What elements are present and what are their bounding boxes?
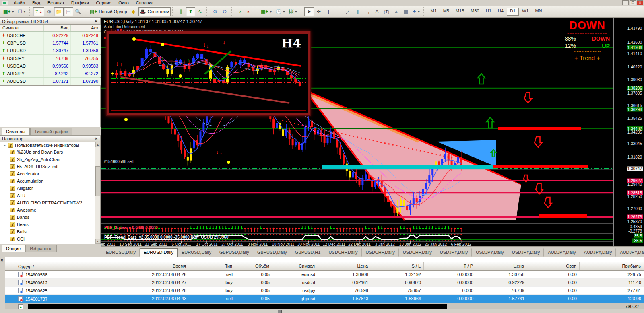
menu-item-Сервис[interactable]: Сервис xyxy=(93,0,115,6)
menu-item-Окно[interactable]: Окно xyxy=(115,0,132,6)
tester-button[interactable]: 🔍 xyxy=(73,7,83,16)
list-item[interactable]: ƒATR xyxy=(0,192,100,199)
table-row[interactable]: 1546017372012.02.06 04:43sell0.05gbpusd1… xyxy=(5,295,644,303)
chart-tab[interactable]: AUDJPY,Daily xyxy=(580,248,616,257)
scrollbar[interactable]: ▲ ▼ xyxy=(95,142,100,244)
candlestick-button[interactable]: ⬆ xyxy=(186,7,195,16)
channel-button[interactable]: ∥ xyxy=(353,7,362,16)
list-item[interactable]: ƒBands xyxy=(0,214,100,221)
chart-area[interactable]: ↓↓1 Sep 201113 Sep 201123 Sep 20115 Oct … xyxy=(101,18,613,246)
menu-item-Графики[interactable]: Графики xyxy=(68,0,93,6)
chart-tab[interactable]: AUDJPY,Daily xyxy=(616,248,644,257)
chart-tab[interactable]: EURUSD,Daily xyxy=(102,248,140,257)
close-button[interactable]: ✕ xyxy=(637,0,643,5)
menu-item-Вид[interactable]: Вид xyxy=(29,0,44,6)
bar-chart-button[interactable]: ⫼ xyxy=(176,7,186,16)
chart-tab[interactable]: USDCHF,Daily xyxy=(399,248,436,257)
timeframe-D1[interactable]: D1 xyxy=(507,8,519,16)
profiles-button[interactable]: ❐▼ xyxy=(16,7,28,16)
zoom-out-button[interactable]: ⊖ xyxy=(220,7,229,16)
list-item[interactable]: ƒ25_ZigZag_AutoChan xyxy=(0,156,100,163)
column-header[interactable]: Символ xyxy=(272,262,318,270)
zoom-in-button[interactable]: ⊕ xyxy=(210,7,220,16)
list-item[interactable]: ƒBulls xyxy=(0,228,100,235)
column-header[interactable]: Объём xyxy=(235,262,272,270)
chart-shift-button[interactable]: ⇤ xyxy=(244,7,254,16)
close-icon[interactable]: ✕ xyxy=(94,19,99,23)
periods-button[interactable]: 🕒▼ xyxy=(274,7,287,16)
chart-tab[interactable]: USDJPY,Daily xyxy=(472,248,508,257)
rectangle-shape-button[interactable]: ▆ xyxy=(401,7,411,16)
indicators-button[interactable]: ▦+▼ xyxy=(259,7,274,16)
list-item[interactable]: ƒBears xyxy=(0,221,100,228)
table-row[interactable]: ⬇USDCHF0.922290.92248 xyxy=(0,32,100,39)
column-header[interactable]: S / L xyxy=(371,262,424,270)
hline-button[interactable]: — xyxy=(333,7,343,16)
chart-tab[interactable]: USDJPY,Daily xyxy=(508,248,544,257)
timeframe-M1[interactable]: M1 xyxy=(427,8,440,16)
table-row[interactable]: ⬆AUDUSD1.071711.07190 xyxy=(0,78,100,85)
menu-item-Вставка[interactable]: Вставка xyxy=(44,0,68,6)
arrows-button[interactable]: ✦▼ xyxy=(411,7,422,16)
chart-tab[interactable]: EURUSD,Daily xyxy=(178,248,215,257)
column-header[interactable]: Время xyxy=(147,262,189,270)
vline-button[interactable]: | xyxy=(324,7,333,16)
text-label-button[interactable]: 🄣 xyxy=(382,7,391,16)
menu-item-Справка[interactable]: Справка xyxy=(132,0,157,6)
column-ask[interactable]: Аск xyxy=(71,25,101,31)
chart-tab[interactable]: USDJPY,Daily xyxy=(436,248,472,257)
column-header[interactable]: T / P xyxy=(424,262,476,270)
advisors-button[interactable]: 🎩Советники xyxy=(138,7,171,16)
data-window-button[interactable]: ⊕ xyxy=(44,7,54,16)
timeframe-M15[interactable]: M15 xyxy=(452,8,467,16)
navigator-root[interactable]: − ƒ Пользовательские Индикаторы xyxy=(0,142,100,148)
chart-tab[interactable]: GBPUSD,H1 xyxy=(291,248,325,257)
trendline-button[interactable]: ／ xyxy=(343,7,353,16)
collapse-icon[interactable]: − xyxy=(3,144,6,147)
list-item[interactable]: ƒAwesome xyxy=(0,206,100,214)
tab-Общие[interactable]: Общие xyxy=(2,245,25,252)
chart-tab[interactable]: AUDJPY,Daily xyxy=(544,248,580,257)
alert-button[interactable]: ◆ xyxy=(129,7,138,16)
list-item[interactable]: ƒ%23Up and Down Bars xyxy=(0,148,100,156)
timeframe-M30[interactable]: M30 xyxy=(467,8,482,16)
column-bid[interactable]: Бид xyxy=(44,25,71,31)
table-row[interactable]: ⬇USDJPY76.73976.755 xyxy=(0,55,100,62)
fibonacci-button[interactable]: 𝄙F xyxy=(362,7,372,16)
close-icon[interactable]: ✕ xyxy=(0,258,4,262)
timeframe-M5[interactable]: M5 xyxy=(440,8,452,16)
new-order-button[interactable]: ▤+Новый Ордер xyxy=(88,7,128,16)
cursor-button[interactable]: ➤ xyxy=(304,7,314,16)
table-row[interactable]: 1546005682012.02.06 04:26sell0.05eurusd1… xyxy=(5,271,644,279)
arrow-shape-button[interactable]: ▲ xyxy=(391,7,401,16)
list-item[interactable]: ƒCCI xyxy=(0,235,100,243)
list-item[interactable]: ƒAlligator xyxy=(0,185,100,192)
column-header[interactable]: Цена xyxy=(318,262,371,270)
tab-Тиковый график[interactable]: Тиковый график xyxy=(30,128,72,135)
column-symbol[interactable]: Символ xyxy=(0,25,44,31)
price-axis[interactable]: 1.437901.426001.419861.414101.402201.390… xyxy=(613,18,644,246)
list-item[interactable]: ƒAccelerator xyxy=(0,170,100,177)
chart-tab[interactable]: USDCHF,Daily xyxy=(324,248,361,257)
text-button[interactable]: A xyxy=(372,7,382,16)
close-icon[interactable]: ✕ xyxy=(94,136,99,141)
table-row[interactable]: 1546006252012.02.06 04:28buy0.05usdjpy76… xyxy=(5,287,644,295)
scroll-down-icon[interactable]: ▼ xyxy=(95,239,100,244)
list-item[interactable]: ƒAccumulation xyxy=(0,177,100,185)
table-row[interactable]: 1546006122012.02.06 04:27buy0.05usdchf0.… xyxy=(5,279,644,287)
table-row[interactable]: ⬆AUDJPY82.24282.272 xyxy=(0,70,100,78)
table-row[interactable]: ⬆GBPUSD1.577441.57761 xyxy=(0,39,100,47)
chart-tab[interactable]: USDCHF,Daily xyxy=(362,248,399,257)
scrollbar-thumb[interactable] xyxy=(95,166,100,196)
column-header[interactable]: Цена xyxy=(476,262,527,270)
market-watch-button[interactable]: ⇡⇣ xyxy=(33,7,44,16)
timeframe-H4[interactable]: H4 xyxy=(495,8,507,16)
chart-tab[interactable]: GBPUSD,Daily xyxy=(215,248,253,257)
list-item[interactable]: ƒ55_ADX_HDSqz_mtf xyxy=(0,163,100,170)
restore-button[interactable]: ❐ xyxy=(630,0,636,5)
crosshair-button[interactable]: ✛ xyxy=(314,7,324,16)
autoscroll-button[interactable]: ⇥ xyxy=(235,7,244,16)
chart-tab[interactable]: EURUSD,Daily xyxy=(140,248,178,257)
timeframe-MN[interactable]: MN xyxy=(532,8,545,16)
table-row[interactable]: ⬆USDCAD0.995660.99583 xyxy=(0,62,100,70)
